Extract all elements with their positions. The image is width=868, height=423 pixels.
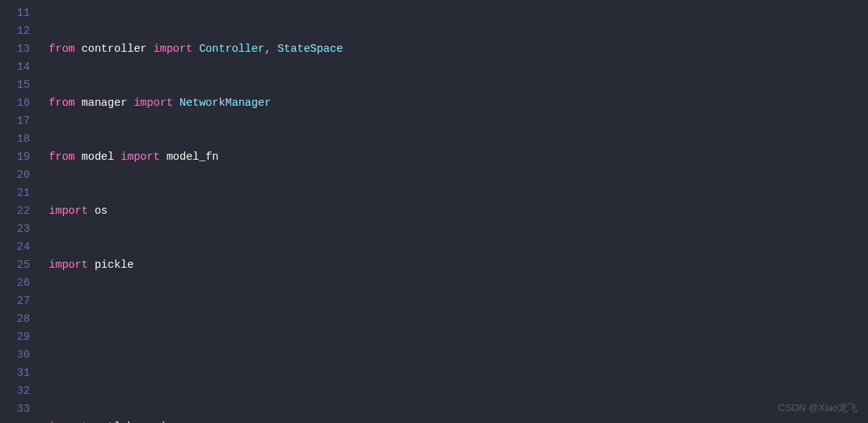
line-number: 32 [0, 382, 38, 400]
line-number: 26 [0, 274, 38, 292]
line-number: 24 [0, 238, 38, 256]
line-number: 16 [0, 94, 38, 112]
line-number: 33 [0, 400, 38, 418]
line-number: 17 [0, 112, 38, 130]
line-number: 20 [0, 166, 38, 184]
line-number-gutter: 1112131415161718192021222324252627282930… [0, 0, 38, 423]
line-number: 14 [0, 58, 38, 76]
line-number: 23 [0, 220, 38, 238]
line-number: 29 [0, 328, 38, 346]
line-number: 12 [0, 22, 38, 40]
line-number: 18 [0, 130, 38, 148]
line-number: 21 [0, 184, 38, 202]
code-line: import os [49, 202, 868, 220]
code-line: from manager import NetworkManager [49, 94, 868, 112]
line-number: 11 [0, 4, 38, 22]
line-number: 22 [0, 202, 38, 220]
code-editor[interactable]: 1112131415161718192021222324252627282930… [0, 0, 868, 423]
line-number: 31 [0, 364, 38, 382]
code-line: from model import model_fn [49, 148, 868, 166]
code-line: import pickle [49, 256, 868, 274]
line-number: 19 [0, 148, 38, 166]
line-number: 25 [0, 256, 38, 274]
line-number: 30 [0, 346, 38, 364]
line-number: 27 [0, 292, 38, 310]
code-line: from controller import Controller, State… [49, 40, 868, 58]
line-number: 13 [0, 40, 38, 58]
code-line: import matlab.engine [49, 418, 868, 423]
line-number: 28 [0, 310, 38, 328]
code-line [49, 364, 868, 382]
line-number: 15 [0, 76, 38, 94]
code-line [49, 310, 868, 328]
watermark: CSDN @Xiao龙飞 [778, 399, 857, 417]
code-area[interactable]: from controller import Controller, State… [38, 0, 868, 423]
